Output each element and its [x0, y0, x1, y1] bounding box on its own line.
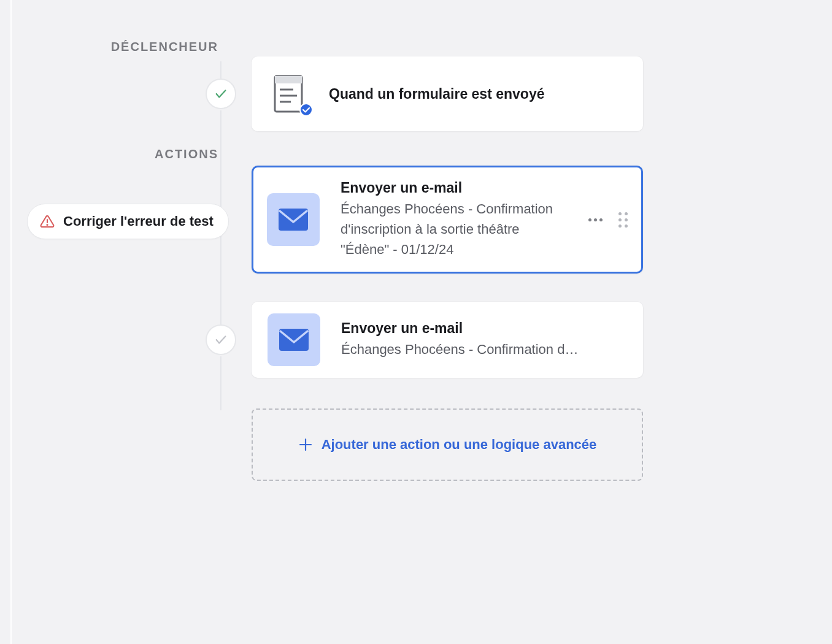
plus-icon [298, 437, 313, 452]
action-card-send-email-2[interactable]: Envoyer un e-mail Échanges Phocéens - Co… [252, 302, 643, 378]
checkmark-icon [214, 333, 228, 347]
left-page-border [10, 0, 12, 644]
connector-line [220, 61, 221, 80]
svg-rect-8 [279, 209, 308, 231]
svg-rect-1 [275, 76, 302, 83]
action-card-send-email-1[interactable]: Envoyer un e-mail Échanges Phocéens - Co… [252, 166, 643, 274]
email-icon [267, 193, 320, 246]
action-subtitle: Échanges Phocéens - Confirmation d'inscr… [341, 199, 568, 259]
trigger-status-indicator [206, 79, 236, 109]
action-status-indicator [206, 324, 236, 355]
svg-point-5 [300, 104, 312, 116]
error-pill-label: Corriger l'erreur de test [63, 213, 214, 229]
trigger-section-label: DÉCLENCHEUR [34, 40, 218, 54]
actions-section-label: ACTIONS [34, 147, 218, 161]
warning-triangle-icon [40, 214, 55, 229]
connector-line [220, 356, 221, 410]
action-title: Envoyer un e-mail [341, 180, 568, 196]
check-badge-icon [299, 103, 313, 117]
fix-test-error-pill[interactable]: Corriger l'erreur de test [27, 204, 229, 239]
checkmark-icon [214, 87, 228, 101]
svg-point-7 [47, 224, 47, 225]
drag-handle[interactable] [618, 212, 628, 228]
form-icon [274, 75, 308, 113]
add-action-label: Ajouter une action ou une logique avancé… [322, 437, 597, 453]
trigger-title: Quand un formulaire est envoyé [329, 86, 544, 102]
email-icon [268, 313, 320, 366]
trigger-card[interactable]: Quand un formulaire est envoyé [252, 56, 643, 131]
svg-rect-9 [279, 329, 309, 351]
add-action-button[interactable]: Ajouter une action ou une logique avancé… [252, 408, 643, 481]
action-title: Envoyer un e-mail [341, 320, 627, 337]
more-options-button[interactable] [588, 218, 603, 221]
workflow-canvas: DÉCLENCHEUR ACTIONS Quand un formulaire … [0, 0, 832, 37]
action-subtitle: Échanges Phocéens - Confirmation d… [341, 339, 605, 359]
